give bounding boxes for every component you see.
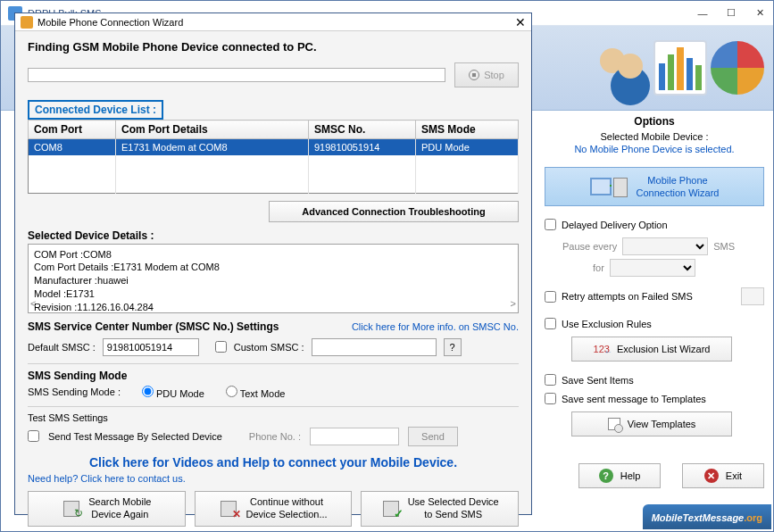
custom-smsc-label: Custom SMSC : xyxy=(234,342,304,353)
col-smsc[interactable]: SMSC No. xyxy=(309,121,416,139)
contact-us-link[interactable]: Need help? Click here to contact us. xyxy=(28,473,519,484)
dialog-icon xyxy=(21,16,33,29)
selected-device-label: Selected Mobile Device : xyxy=(545,131,764,142)
save-sent-label: Save Sent Items xyxy=(562,375,634,386)
advanced-troubleshooting-button[interactable]: Advanced Connection Troubleshooting xyxy=(269,201,519,222)
sms-mode-title: SMS Sending Mode xyxy=(28,370,519,382)
retry-checkbox[interactable] xyxy=(545,291,556,303)
for-row: for xyxy=(593,259,764,277)
cell-mode: PDU Mode xyxy=(416,139,519,156)
dialog-titlebar: Mobile Phone Connection Wizard ✕ xyxy=(15,13,531,31)
cell-port: COM8 xyxy=(29,139,116,156)
smsc-values-row: Default SMSC : Custom SMSC : ? xyxy=(28,338,519,356)
view-templates-label: View Templates xyxy=(628,419,696,429)
bottom-buttons: ? Help ✕ Exit xyxy=(578,463,764,488)
table-row-empty xyxy=(29,168,519,180)
sms-mode-label: SMS Sending Mode : xyxy=(28,387,121,397)
scroll-indicator: <> xyxy=(30,297,516,311)
pie-chart-icon xyxy=(711,41,764,95)
connected-device-list-label: Connected Device List : xyxy=(28,100,163,120)
default-smsc-input[interactable] xyxy=(103,338,199,356)
col-com-details[interactable]: Com Port Details xyxy=(116,121,309,139)
smsc-info-link[interactable]: Click here for More info. on SMSC No. xyxy=(352,321,519,332)
dialog-title: Mobile Phone Connection Wizard xyxy=(37,17,183,28)
phone-no-label: Phone No. : xyxy=(249,431,301,442)
pause-every-select[interactable] xyxy=(622,237,708,255)
window-controls: — ☐ ✕ xyxy=(696,7,766,20)
view-templates-button[interactable]: View Templates xyxy=(571,411,732,436)
save-templates-row: Save sent message to Templates xyxy=(545,393,764,404)
smsc-help-button[interactable]: ? xyxy=(444,338,462,356)
stop-button[interactable]: Stop xyxy=(454,62,519,87)
for-select[interactable] xyxy=(610,259,695,277)
stop-label: Stop xyxy=(484,70,504,80)
delayed-delivery-row: Delayed Delivery Option xyxy=(545,219,764,230)
for-label: for xyxy=(593,262,604,273)
stop-icon xyxy=(469,70,479,80)
test-sms-title: Test SMS Settings xyxy=(28,412,519,423)
dialog-body: Finding GSM Mobile Phone Device connecte… xyxy=(15,31,531,532)
exclusion-button-label: Exclusion List Wizard xyxy=(617,344,711,354)
default-smsc-label: Default SMSC : xyxy=(28,342,96,353)
col-sms-mode[interactable]: SMS Mode xyxy=(416,121,519,139)
custom-smsc-checkbox[interactable] xyxy=(215,341,227,353)
test-sms-section: Test SMS Settings Send Test Message By S… xyxy=(28,406,519,446)
dialog-buttons: Search MobileDevice Again Continue witho… xyxy=(28,491,519,527)
sdd-line: COM Port :COM8 xyxy=(34,248,512,262)
save-templates-checkbox[interactable] xyxy=(545,393,556,404)
header-graphic xyxy=(600,37,764,99)
minimize-button[interactable]: — xyxy=(696,7,709,20)
send-test-button[interactable]: Send xyxy=(408,427,458,446)
search-again-label: Search MobileDevice Again xyxy=(88,496,151,520)
use-selected-button[interactable]: Use Selected Deviceto Send SMS xyxy=(361,491,519,527)
phone-no-input[interactable] xyxy=(310,428,399,445)
options-panel: Options Selected Mobile Device : No Mobi… xyxy=(545,115,764,449)
selected-device-details-box[interactable]: COM Port :COM8 Com Port Details :E1731 M… xyxy=(28,244,519,313)
exclusion-wizard-button[interactable]: 123 Exclusion List Wizard xyxy=(571,337,732,362)
wizard-button-label: Mobile PhoneConnection Wizard xyxy=(637,174,720,200)
dialog-close-button[interactable]: ✕ xyxy=(515,15,526,29)
use-selected-label: Use Selected Deviceto Send SMS xyxy=(408,496,499,520)
text-mode-option[interactable]: Text Mode xyxy=(226,386,286,399)
help-icon: ? xyxy=(599,469,613,483)
connection-wizard-dialog: Mobile Phone Connection Wizard ✕ Finding… xyxy=(14,12,532,515)
sms-mode-row: SMS Sending Mode : PDU Mode Text Mode xyxy=(28,386,519,399)
videos-help-link[interactable]: Click here for Videos and Help to connec… xyxy=(28,455,519,470)
retry-select[interactable] xyxy=(741,287,764,305)
delayed-delivery-checkbox[interactable] xyxy=(545,219,556,230)
sms-mode-section: SMS Sending Mode SMS Sending Mode : PDU … xyxy=(28,363,519,399)
finding-label: Finding GSM Mobile Phone Device connecte… xyxy=(28,40,519,54)
bar-chart-icon xyxy=(653,40,707,96)
send-test-label: Send Test Message By Selected Device xyxy=(48,431,222,442)
progress-row: Stop xyxy=(28,62,519,87)
pdu-mode-option[interactable]: PDU Mode xyxy=(142,386,204,399)
table-row[interactable]: COM8 E1731 Modem at COM8 919810051914 PD… xyxy=(29,139,519,156)
templates-icon xyxy=(608,418,620,430)
test-sms-row: Send Test Message By Selected Device Pho… xyxy=(28,427,519,446)
exit-icon: ✕ xyxy=(704,469,719,483)
connection-wizard-button[interactable]: Mobile PhoneConnection Wizard xyxy=(545,167,764,206)
table-header-row: Com Port Com Port Details SMSC No. SMS M… xyxy=(29,121,519,139)
send-test-checkbox[interactable] xyxy=(28,430,39,442)
maximize-button[interactable]: ☐ xyxy=(725,7,737,20)
col-com-port[interactable]: Com Port xyxy=(29,121,116,139)
sms-suffix: SMS xyxy=(713,241,735,252)
use-exclusion-checkbox[interactable] xyxy=(545,318,556,329)
selected-device-value: No Mobile Phone Device is selected. xyxy=(545,144,764,154)
connection-wizard-icon xyxy=(590,174,628,199)
help-button[interactable]: ? Help xyxy=(578,463,661,488)
progress-bar xyxy=(28,68,445,82)
save-sent-checkbox[interactable] xyxy=(545,374,556,386)
exclusion-icon: 123 xyxy=(594,344,610,354)
custom-smsc-input[interactable] xyxy=(312,338,437,356)
save-sent-row: Save Sent Items xyxy=(545,374,764,386)
close-button[interactable]: ✕ xyxy=(753,7,766,20)
selected-device-details-label: Selected Device Details : xyxy=(28,222,519,242)
continue-without-icon xyxy=(219,499,238,519)
help-label: Help xyxy=(620,470,641,481)
search-again-button[interactable]: Search MobileDevice Again xyxy=(28,491,186,527)
options-title: Options xyxy=(545,115,764,128)
exit-button[interactable]: ✕ Exit xyxy=(682,463,764,488)
continue-without-label: Continue withoutDevice Selection... xyxy=(246,496,327,520)
continue-without-button[interactable]: Continue withoutDevice Selection... xyxy=(195,491,353,527)
